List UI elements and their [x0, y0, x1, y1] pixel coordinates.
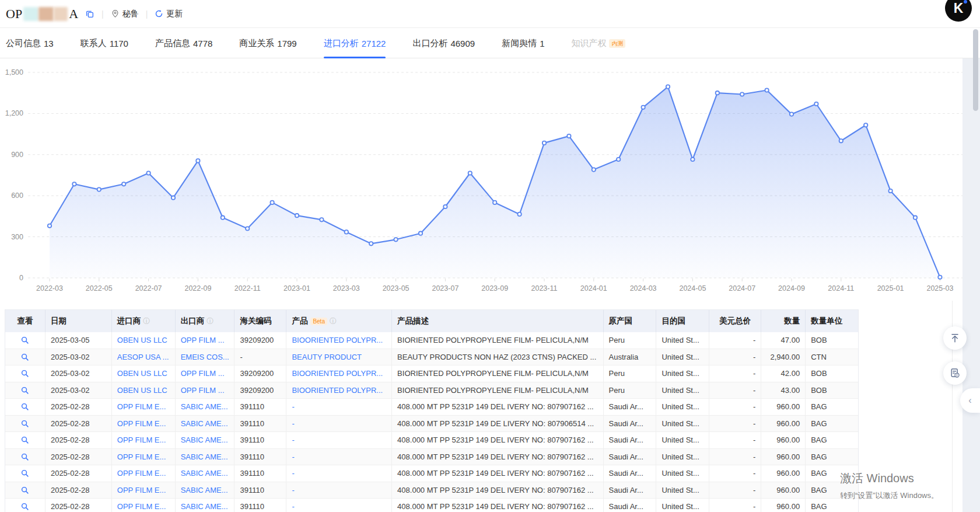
tab-进口分析[interactable]: 进口分析27122	[324, 29, 386, 58]
view-detail-button[interactable]	[5, 382, 46, 399]
tab-新闻舆情[interactable]: 新闻舆情1	[502, 29, 544, 58]
cell-origin_country: Saudi Ar...	[604, 416, 657, 432]
svg-text:2025-01: 2025-01	[877, 284, 904, 292]
cell-product[interactable]: -	[286, 416, 392, 432]
svg-text:300: 300	[11, 233, 23, 241]
cell-description: BIORIENTED POLYPROPYLENE FILM- PELICULA,…	[392, 382, 603, 399]
cell-product[interactable]: BEAUTY PRODUCT	[286, 349, 392, 365]
cell-description: 408.000 MT PP 5231P 149 DEL IVERY NO: 80…	[392, 432, 603, 448]
cell-importer[interactable]: OPP FILM E...	[112, 416, 176, 432]
cell-dest_country: United St...	[656, 432, 709, 448]
cell-importer[interactable]: OPP FILM E...	[112, 399, 176, 415]
cell-exporter[interactable]: SABIC AME...	[176, 432, 235, 448]
cell-product[interactable]: BIOORIENTED POLYPR...	[286, 332, 392, 349]
brand-logo[interactable]: K	[945, 0, 972, 22]
cell-description: 408.000 MT PP 5231P 149 DEL IVERY NO: 80…	[392, 399, 603, 415]
cell-exporter[interactable]: SABIC AME...	[176, 416, 235, 432]
search-icon	[20, 436, 29, 444]
cell-importer[interactable]: OPP FILM E...	[112, 432, 176, 448]
cell-exporter[interactable]: OPP FILM ...	[176, 365, 235, 382]
view-detail-button[interactable]	[5, 432, 46, 448]
cell-product[interactable]: -	[286, 432, 392, 448]
view-detail-button[interactable]	[5, 332, 46, 349]
cell-product[interactable]: -	[286, 482, 392, 499]
info-icon[interactable]: ⓘ	[206, 316, 214, 326]
table-row: 2025-02-28OPP FILM E...SABIC AME...39111…	[5, 482, 858, 499]
cell-product[interactable]: BIOORIENTED POLYPR...	[286, 365, 392, 382]
column-header-label: 出口商	[181, 316, 205, 326]
info-icon[interactable]: ⓘ	[330, 316, 337, 326]
column-header-label: 原产国	[609, 316, 633, 326]
report-record-button[interactable]	[943, 361, 967, 385]
cell-usd_total: -	[709, 482, 761, 499]
tab-商业关系[interactable]: 商业关系1799	[239, 29, 296, 58]
cell-usd_total: -	[709, 382, 761, 399]
search-icon	[20, 336, 29, 344]
tab-产品信息[interactable]: 产品信息4778	[155, 29, 212, 58]
tab-联系人[interactable]: 联系人1170	[80, 29, 128, 58]
tab-出口分析[interactable]: 出口分析46909	[412, 29, 475, 58]
cell-unit: BAG	[806, 465, 858, 482]
cell-importer[interactable]: OPP FILM E...	[112, 499, 176, 512]
cell-product[interactable]: -	[286, 465, 392, 482]
cell-importer[interactable]: OBEN US LLC	[112, 365, 176, 382]
cell-exporter[interactable]: SABIC AME...	[176, 499, 235, 512]
cell-origin_country: Peru	[604, 365, 657, 382]
cell-exporter[interactable]: OPP FILM ...	[176, 332, 235, 349]
cell-unit: BOB	[806, 365, 858, 382]
tab-count: 1799	[277, 39, 296, 48]
cell-dest_country: United St...	[656, 416, 709, 432]
cell-exporter[interactable]: SABIC AME...	[176, 449, 235, 465]
view-detail-button[interactable]	[5, 416, 46, 432]
scrollbar-thumb[interactable]	[973, 29, 978, 111]
cell-importer[interactable]: OPP FILM E...	[112, 482, 176, 499]
cell-quantity: 960.00	[761, 499, 806, 512]
cell-quantity: 43.00	[761, 382, 806, 399]
collapse-panel-handle[interactable]: ‹	[960, 388, 980, 413]
cell-date: 2025-02-28	[46, 482, 112, 499]
cell-product[interactable]: -	[286, 499, 392, 512]
tab-知识产权[interactable]: 知识产权内测	[571, 29, 625, 58]
cell-date: 2025-02-28	[46, 399, 112, 415]
tab-公司信息[interactable]: 公司信息13	[6, 29, 54, 58]
svg-text:2024-03: 2024-03	[630, 284, 657, 292]
cell-importer[interactable]: OBEN US LLC	[112, 382, 176, 399]
cell-dest_country: United St...	[656, 482, 709, 499]
cell-exporter[interactable]: EMEIS COS...	[176, 349, 235, 365]
cell-importer[interactable]: OPP FILM E...	[112, 465, 176, 482]
refresh-button[interactable]: 更新	[155, 9, 183, 19]
cell-importer[interactable]: OBEN US LLC	[112, 332, 176, 349]
table-row: 2025-02-28OPP FILM E...SABIC AME...39111…	[5, 449, 858, 466]
view-detail-button[interactable]	[5, 482, 46, 499]
copy-icon[interactable]	[85, 9, 94, 19]
view-detail-button[interactable]	[5, 465, 46, 482]
cell-exporter[interactable]: OPP FILM ...	[176, 382, 235, 399]
table-row: 2025-02-28OPP FILM E...SABIC AME...39111…	[5, 432, 858, 449]
cell-product[interactable]: -	[286, 399, 392, 415]
column-header-label: 海关编码	[240, 316, 271, 326]
svg-text:900: 900	[11, 151, 23, 159]
view-detail-button[interactable]	[5, 449, 46, 465]
view-detail-button[interactable]	[5, 365, 46, 382]
column-header-hs_code: 海关编码	[235, 310, 286, 332]
cell-exporter[interactable]: SABIC AME...	[176, 465, 235, 482]
cell-product[interactable]: BIOORIENTED POLYPR...	[286, 382, 392, 399]
cell-description: 408.000 MT PP 5231P 149 DEL IVERY NO: 80…	[392, 465, 603, 482]
cell-usd_total: -	[709, 365, 761, 382]
search-icon	[20, 419, 29, 428]
cell-importer[interactable]: AESOP USA ...	[112, 349, 176, 365]
cell-importer[interactable]: OPP FILM E...	[112, 449, 176, 465]
svg-text:2022-09: 2022-09	[184, 284, 211, 292]
cell-exporter[interactable]: SABIC AME...	[176, 399, 235, 415]
tab-count: 1170	[110, 39, 128, 48]
view-detail-button[interactable]	[5, 499, 46, 512]
cell-product[interactable]: -	[286, 449, 392, 465]
info-icon[interactable]: ⓘ	[143, 316, 150, 326]
svg-text:2022-03: 2022-03	[36, 284, 63, 292]
back-to-top-button[interactable]	[943, 326, 967, 350]
cell-exporter[interactable]: SABIC AME...	[176, 482, 235, 499]
refresh-icon	[155, 9, 163, 18]
view-detail-button[interactable]	[5, 349, 46, 365]
view-detail-button[interactable]	[5, 399, 46, 415]
cell-dest_country: United St...	[656, 399, 709, 415]
